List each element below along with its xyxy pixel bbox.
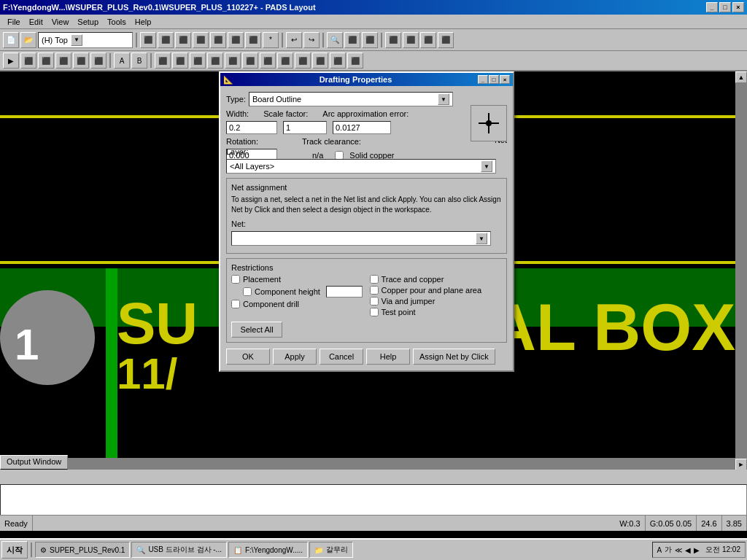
test-point-checkbox[interactable] — [370, 308, 379, 316]
placement-checkbox[interactable] — [231, 275, 240, 284]
close-button[interactable]: × — [732, 2, 744, 12]
menu-file[interactable]: File — [3, 16, 25, 28]
toolbar-btn-4[interactable]: ⬛ — [193, 32, 209, 48]
bottom-scroll-track[interactable] — [12, 459, 735, 470]
type-select[interactable]: Board Outline ▼ — [249, 92, 453, 106]
toolbar-btn-5[interactable]: ⬛ — [210, 32, 226, 48]
component-height-checkbox[interactable] — [243, 287, 252, 296]
toolbar-btn-3[interactable]: ⬛ — [175, 32, 191, 48]
toolbar-btn-6[interactable]: ⬛ — [228, 32, 244, 48]
type-dropdown-arrow[interactable]: ▼ — [438, 93, 449, 105]
toolbar2-btn-6[interactable]: ⬛ — [90, 52, 107, 69]
toolbar-btn-7[interactable]: ⬛ — [245, 32, 261, 48]
menu-setup[interactable]: Setup — [73, 16, 103, 28]
taskbar-item-1[interactable]: 🔍 USB 드라이브 검사 -... — [131, 542, 227, 558]
width-group: Width: — [226, 109, 252, 118]
toolbar2-btn-17[interactable]: ⬛ — [295, 52, 311, 69]
minimize-button[interactable]: _ — [706, 2, 718, 12]
toolbar2-btn-5[interactable]: ⬛ — [73, 52, 89, 69]
toolbar2-btn-15[interactable]: ⬛ — [260, 52, 276, 69]
scroll-up[interactable]: ▲ — [735, 71, 747, 83]
window-title: F:\YengdongW...\WSUPER_PLUS_Rev0.1\WSUPE… — [3, 3, 316, 12]
tray-icon-right: ▶ — [694, 546, 700, 554]
menu-view[interactable]: View — [47, 16, 74, 28]
toolbar-btn-10[interactable]: ⬛ — [362, 32, 378, 48]
menu-tools[interactable]: Tools — [103, 16, 131, 28]
scale-input[interactable] — [283, 121, 327, 134]
toolbar2-btn-11[interactable]: ⬛ — [190, 52, 206, 69]
toolbar-btn-11[interactable]: ⬛ — [385, 32, 401, 48]
width-input[interactable] — [226, 121, 277, 134]
toolbar2-btn-4[interactable]: ⬛ — [55, 52, 71, 69]
toolbar-btn-2[interactable]: ⬛ — [158, 32, 174, 48]
undo-button[interactable]: ↩ — [286, 32, 302, 48]
toolbar-btn-13[interactable]: ⬛ — [420, 32, 436, 48]
via-jumper-label: Via and jumper — [382, 297, 436, 306]
net-select[interactable]: ▼ — [231, 231, 491, 246]
status-coord2: 3.85 — [722, 516, 747, 531]
toolbar2-btn-3[interactable]: ⬛ — [38, 52, 54, 69]
layer-select[interactable]: <All Layers> ▼ — [226, 159, 496, 174]
scroll-track[interactable] — [735, 83, 747, 458]
apply-button[interactable]: Apply — [273, 349, 317, 365]
trace-copper-checkbox[interactable] — [370, 275, 379, 284]
layer-dropdown-arrow[interactable]: ▼ — [71, 34, 82, 46]
start-button[interactable]: 시작 — [1, 541, 28, 559]
taskbar-item-0[interactable]: ⚙ SUPER_PLUS_Rev0.1 — [35, 542, 130, 558]
new-button[interactable]: 📄 — [3, 32, 19, 48]
maximize-button[interactable]: □ — [719, 2, 731, 12]
bottom-scrollbar[interactable]: ◄ ► — [0, 458, 747, 470]
toolbar2-btn-19[interactable]: ⬛ — [330, 52, 346, 69]
menu-edit[interactable]: Edit — [25, 16, 47, 28]
taskbar-item-3[interactable]: 📁 갈무리 — [309, 542, 353, 558]
toolbar-1: 📄 📂 (H) Top ▼ ⬛ ⬛ ⬛ ⬛ ⬛ ⬛ ⬛ * ↩ ↪ 🔍 ⬛ ⬛ … — [0, 29, 747, 51]
toolbar2-btn-8[interactable]: B — [131, 52, 147, 69]
ok-button[interactable]: OK — [226, 349, 270, 365]
restrictions-section: Restrictions Placement Component height — [226, 258, 507, 343]
dialog-minimize[interactable]: _ — [478, 75, 488, 84]
select-all-button[interactable]: Select All — [231, 322, 282, 338]
toolbar-btn-1[interactable]: ⬛ — [140, 32, 156, 48]
copper-pour-checkbox[interactable] — [370, 286, 379, 295]
cancel-button[interactable]: Cancel — [320, 349, 363, 365]
open-button[interactable]: 📂 — [20, 32, 36, 48]
toolbar2-btn-16[interactable]: ⬛ — [277, 52, 293, 69]
toolbar-btn-8[interactable]: * — [263, 32, 279, 48]
output-window-tab[interactable]: Output Window — [0, 455, 68, 470]
dialog-maximize[interactable]: □ — [489, 75, 499, 84]
placement-row: Placement — [231, 275, 364, 284]
toolbar2-btn-13[interactable]: ⬛ — [225, 52, 241, 69]
scroll-right[interactable]: ► — [735, 459, 747, 470]
toolbar2-btn-7[interactable]: A — [114, 52, 130, 69]
select-all-row: Select All — [231, 322, 502, 338]
redo-button[interactable]: ↪ — [303, 32, 320, 48]
component-height-value[interactable] — [326, 286, 363, 298]
toolbar2-btn-2[interactable]: ⬛ — [20, 52, 36, 69]
assign-net-button[interactable]: Assign Net by Click — [413, 349, 495, 365]
component-drill-checkbox[interactable] — [231, 300, 240, 308]
arc-approx-input[interactable] — [333, 121, 391, 134]
help-button[interactable]: Help — [366, 349, 410, 365]
copper-pour-row: Copper pour and plane area — [370, 286, 503, 295]
layer-dropdown[interactable]: (H) Top ▼ — [38, 32, 133, 48]
toolbar-btn-9[interactable]: ⬛ — [344, 32, 360, 48]
toolbar2-btn-12[interactable]: ⬛ — [207, 52, 223, 69]
zoom-button[interactable]: 🔍 — [327, 32, 343, 48]
dialog-title-bar: 📐 Drafting Properties _ □ × — [220, 73, 513, 86]
menu-help[interactable]: Help — [131, 16, 156, 28]
toolbar2-btn-10[interactable]: ⬛ — [172, 52, 188, 69]
dialog-close[interactable]: × — [500, 75, 510, 84]
net-assignment-title: Net assignment — [231, 183, 502, 192]
toolbar2-btn-18[interactable]: ⬛ — [312, 52, 328, 69]
net-select-arrow[interactable]: ▼ — [476, 233, 487, 244]
via-jumper-checkbox[interactable] — [370, 297, 379, 306]
right-scrollbar[interactable]: ▲ ▼ — [735, 71, 747, 458]
layer-dropdown-arrow[interactable]: ▼ — [481, 160, 492, 172]
taskbar-item-2[interactable]: 📋 F:\YengdongW..... — [228, 542, 308, 558]
toolbar2-btn-9[interactable]: ⬛ — [155, 52, 171, 69]
toolbar2-btn-20[interactable]: ⬛ — [347, 52, 363, 69]
toolbar2-btn-1[interactable]: ▶ — [3, 52, 19, 69]
toolbar2-btn-14[interactable]: ⬛ — [242, 52, 258, 69]
toolbar-btn-14[interactable]: ⬛ — [438, 32, 454, 48]
toolbar-btn-12[interactable]: ⬛ — [403, 32, 419, 48]
